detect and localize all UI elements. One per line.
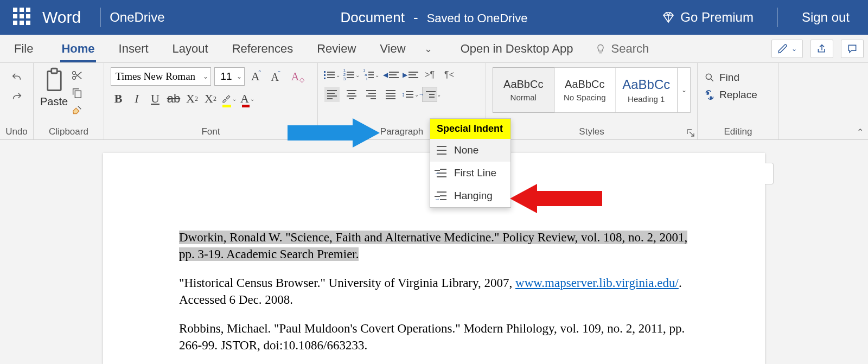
tabs-overflow-icon[interactable]: ⌄ <box>418 43 439 55</box>
style-sample: AaBbCc <box>622 77 670 92</box>
dropdown-item-hanging[interactable]: → Hanging <box>430 184 510 207</box>
redo-icon <box>11 91 23 104</box>
paintbrush-icon <box>71 104 83 116</box>
paragraph-2[interactable]: "Historical Census Browser." University … <box>179 274 694 308</box>
hyperlink[interactable]: www.mapserver.lib.virginia.edu/ <box>515 276 679 290</box>
font-name-select[interactable]: Times New Roman⌄ <box>111 67 211 86</box>
group-editing: Find bc Replace Editing <box>698 63 779 139</box>
paste-button[interactable]: Paste <box>40 67 68 108</box>
subscript-button[interactable]: X2 <box>184 91 200 106</box>
group-label-styles: Styles <box>493 126 691 137</box>
chevron-down-icon: ⌄ <box>203 73 208 81</box>
find-button[interactable]: Find <box>704 72 772 84</box>
group-label-clipboard: Clipboard <box>40 126 97 137</box>
redo-button[interactable] <box>11 91 23 103</box>
page-side-tab[interactable] <box>765 163 774 184</box>
replace-label: Replace <box>719 89 757 101</box>
special-indent-button[interactable]: →⌄ <box>422 87 437 102</box>
style-heading-1[interactable]: AaBbCc Heading 1 <box>616 68 678 112</box>
ltr-button[interactable]: >¶ <box>422 67 437 82</box>
font-size-value: 11 <box>220 71 232 82</box>
multilevel-list-button[interactable]: 1ai⌄ <box>363 67 379 82</box>
comment-icon <box>847 43 858 54</box>
group-styles: AaBbCc Normal AaBbCc No Spacing AaBbCc H… <box>486 63 698 139</box>
dropdown-item-none[interactable]: None <box>430 139 510 162</box>
indent-none-icon <box>437 146 448 155</box>
justify-button[interactable] <box>383 87 398 102</box>
tab-home[interactable]: Home <box>49 35 106 62</box>
collapse-ribbon-button[interactable]: ⌃ <box>857 127 864 137</box>
chevron-down-icon: ⌄ <box>232 96 237 102</box>
bullets-button[interactable]: ⌄ <box>324 67 340 82</box>
open-in-desktop-button[interactable]: Open in Desktop App <box>461 42 573 56</box>
dropdown-item-label: First Line <box>454 167 496 179</box>
indent-first-line-icon: → <box>437 169 448 177</box>
grow-font-button[interactable]: A <box>248 69 264 84</box>
svg-rect-0 <box>47 72 61 91</box>
titlebar: Word OneDrive Document - Saved to OneDri… <box>0 0 868 35</box>
lightbulb-icon <box>595 43 606 54</box>
location-label[interactable]: OneDrive <box>110 10 164 25</box>
bold-button[interactable]: B <box>111 91 126 106</box>
increase-indent-button[interactable]: ▶ <box>403 67 418 82</box>
dialog-launcher-icon[interactable] <box>686 129 695 137</box>
format-painter-button[interactable] <box>71 104 83 116</box>
tab-view[interactable]: View <box>368 35 417 62</box>
paragraph-1[interactable]: Dworkin, Ronald W. "Science, Faith and A… <box>179 229 694 263</box>
tab-references[interactable]: References <box>220 35 305 62</box>
style-normal[interactable]: AaBbCc Normal <box>493 67 554 113</box>
replace-button[interactable]: bc Replace <box>704 89 772 101</box>
group-label-font: Font <box>111 126 311 137</box>
rtl-button[interactable]: ¶< <box>442 67 457 82</box>
sign-out-button[interactable]: Sign out <box>802 10 850 25</box>
svg-point-3 <box>73 76 76 80</box>
style-name: Heading 1 <box>628 94 665 104</box>
styles-scroll-button[interactable]: ⌄ <box>678 68 691 112</box>
tab-file[interactable]: File <box>11 35 49 62</box>
cut-button[interactable] <box>71 69 83 81</box>
dropdown-item-label: Hanging <box>454 190 493 202</box>
clipboard-icon <box>43 67 66 94</box>
go-premium-button[interactable]: Go Premium <box>662 10 754 25</box>
app-name[interactable]: Word <box>42 8 81 27</box>
selected-text-line-1: Dworkin, Ronald W. "Science, Faith and A… <box>179 231 687 244</box>
tab-insert[interactable]: Insert <box>107 35 161 62</box>
superscript-button[interactable]: X2 <box>203 91 218 106</box>
paragraph-3[interactable]: Robbins, Michael. "Paul Muldoon's Covert… <box>179 320 694 354</box>
underline-button[interactable]: U <box>148 91 163 106</box>
share-button[interactable] <box>810 40 833 58</box>
undo-button[interactable] <box>11 72 23 84</box>
tab-layout[interactable]: Layout <box>161 35 220 62</box>
style-no-spacing[interactable]: AaBbCc No Spacing <box>554 68 616 112</box>
align-left-button[interactable] <box>324 87 340 102</box>
align-right-button[interactable] <box>363 87 379 102</box>
comments-button[interactable] <box>841 40 864 58</box>
chevron-down-icon: ⌄ <box>437 92 441 98</box>
search-placeholder: Search <box>611 42 649 56</box>
strikethrough-button[interactable]: ab <box>166 91 181 106</box>
separator <box>100 8 101 27</box>
font-color-button[interactable]: A⌄ <box>240 91 255 106</box>
document-name[interactable]: Document <box>340 9 405 26</box>
editing-mode-button[interactable]: ⌄ <box>771 40 803 58</box>
decrease-indent-button[interactable]: ◀ <box>383 67 398 82</box>
app-launcher-icon[interactable] <box>13 8 33 27</box>
copy-button[interactable] <box>71 87 83 99</box>
shrink-font-button[interactable]: A <box>267 70 284 84</box>
align-center-button[interactable] <box>344 87 359 102</box>
font-size-select[interactable]: 11⌄ <box>214 67 245 86</box>
numbering-button[interactable]: 123⌄ <box>344 67 359 82</box>
dropdown-item-first-line[interactable]: → First Line <box>430 162 510 184</box>
copy-icon <box>71 87 83 99</box>
p2-text-a: "Historical Census Browser." University … <box>179 276 515 290</box>
tab-review[interactable]: Review <box>305 35 368 62</box>
selected-text-line-2: pp. 3-19. Academic Search Premier. <box>179 247 359 261</box>
highlight-button[interactable]: ⌄ <box>221 91 237 106</box>
chevron-down-icon: ⌄ <box>375 72 379 78</box>
chevron-down-icon: ⌄ <box>355 72 360 78</box>
line-spacing-button[interactable]: ↕⌄ <box>403 87 418 102</box>
clear-formatting-button[interactable]: A◇ <box>287 71 303 83</box>
italic-button[interactable]: I <box>129 91 144 106</box>
search-box[interactable]: Search <box>595 42 649 56</box>
svg-rect-1 <box>51 68 57 73</box>
